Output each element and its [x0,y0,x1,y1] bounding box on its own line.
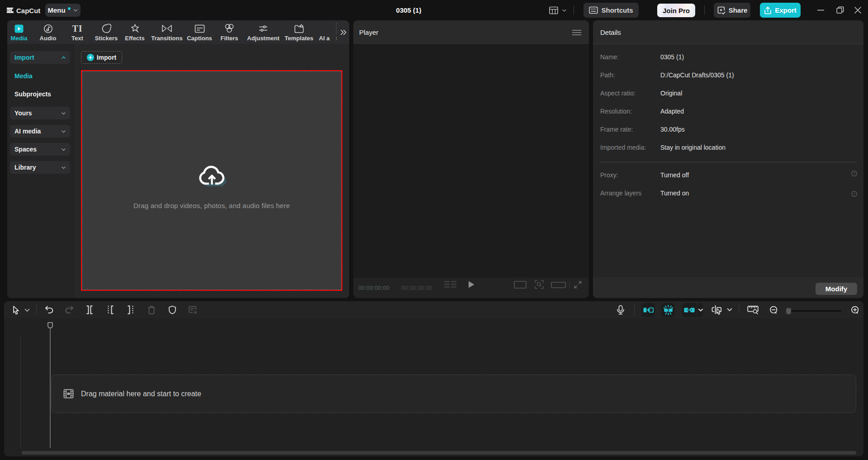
svg-text:?: ? [853,171,855,175]
svg-text:?: ? [853,192,855,196]
